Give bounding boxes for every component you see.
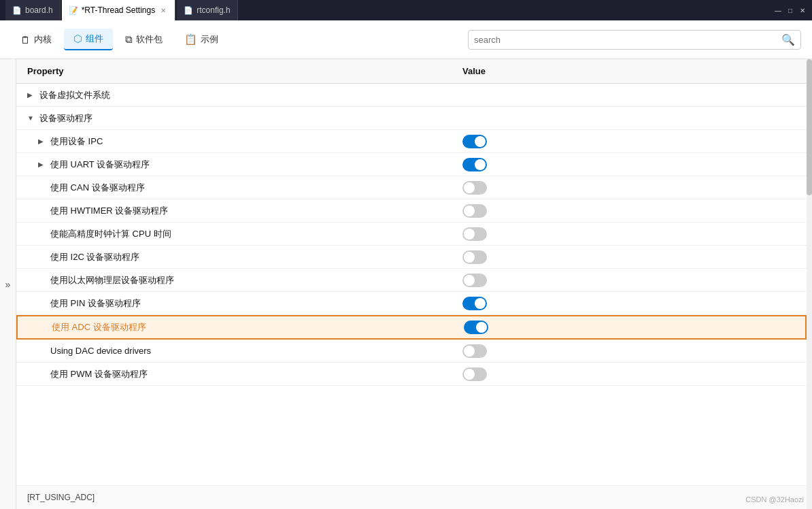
table-row: 使用 PIN 设备驱动程序 <box>16 292 807 315</box>
footer-text: [RT_USING_ADC] <box>27 493 95 502</box>
table-header: Property Value <box>16 59 807 84</box>
row-label-can: 使用 CAN 设备驱动程序 <box>50 182 145 194</box>
tab-rtconfig-h[interactable]: 📄 rtconfig.h <box>177 0 237 20</box>
cell-value-cpu-time <box>452 223 807 245</box>
footer-info: [RT_USING_ADC] <box>16 485 807 509</box>
toggle-cpu-time[interactable] <box>462 227 487 241</box>
search-input[interactable] <box>474 35 781 45</box>
cell-value-hwtimer <box>452 200 807 222</box>
kernel-icon: 🗒 <box>20 34 31 46</box>
cell-value-pwm <box>452 363 807 385</box>
toggle-adc[interactable] <box>464 321 488 334</box>
tab-component[interactable]: ⬡ 组件 <box>64 29 113 50</box>
cell-property-ipc: ▶ 使用设备 IPC <box>16 131 452 152</box>
window-controls: — □ ✕ <box>774 6 807 14</box>
scrollbar[interactable] <box>807 59 812 509</box>
row-label-uart: 使用 UART 设备驱动程序 <box>50 159 150 171</box>
scrollbar-thumb <box>807 59 812 195</box>
tab-component-label: 组件 <box>86 33 103 45</box>
toggle-uart[interactable] <box>462 158 487 171</box>
row-label-cpu-time: 使能高精度时钟计算 CPU 时间 <box>50 228 171 240</box>
expand-icon[interactable]: ▶ <box>38 137 46 145</box>
row-label-device-drivers: 设备驱动程序 <box>39 112 92 125</box>
cell-value-ethernet <box>452 269 807 291</box>
cell-property-can: 使用 CAN 设备驱动程序 <box>16 178 452 198</box>
row-label-vfs: 设备虚拟文件系统 <box>39 89 110 101</box>
restore-button[interactable]: □ <box>786 6 794 14</box>
toggle-hwtimer[interactable] <box>462 204 487 218</box>
cell-property-dac: Using DAC device drivers <box>16 342 452 360</box>
cell-property-hwtimer: 使用 HWTIMER 设备驱动程序 <box>16 201 452 221</box>
cell-property-uart: ▶ 使用 UART 设备驱动程序 <box>16 154 452 175</box>
table-row: 使能高精度时钟计算 CPU 时间 <box>16 223 807 246</box>
row-label-adc: 使用 ADC 设备驱动程序 <box>52 321 146 333</box>
tab-board-h[interactable]: 📄 board.h <box>5 0 61 20</box>
table-row: ▶ 使用 UART 设备驱动程序 <box>16 153 807 176</box>
search-icon[interactable]: 🔍 <box>781 33 795 46</box>
toggle-can[interactable] <box>462 181 487 195</box>
tab-kernel-label: 内核 <box>34 33 52 46</box>
tab-label-settings: *RT-Thread Settings <box>82 5 156 15</box>
tab-kernel[interactable]: 🗒 内核 <box>11 29 61 50</box>
collapse-panel[interactable]: » <box>0 59 16 509</box>
cell-property-device-drivers: ▼ 设备驱动程序 <box>16 108 452 129</box>
close-button[interactable]: ✕ <box>798 6 807 14</box>
cell-property-pwm: 使用 PWM 设备驱动程序 <box>16 364 452 384</box>
tab-package-label: 软件包 <box>136 33 163 46</box>
table-row: 使用以太网物理层设备驱动程序 <box>16 269 807 292</box>
table-row-adc: 使用 ADC 设备驱动程序 <box>16 315 807 340</box>
cell-value-uart <box>452 154 807 176</box>
row-label-ipc: 使用设备 IPC <box>50 135 103 148</box>
watermark: CSDN @32Haozi <box>745 495 804 504</box>
property-area: Property Value ▶ 设备虚拟文件系统 ▼ 设备驱 <box>16 59 807 509</box>
tab-label-board: board.h <box>25 5 53 15</box>
cell-value-dac <box>452 340 807 362</box>
table-row: Using DAC device drivers <box>16 340 807 363</box>
example-icon: 📋 <box>184 33 197 46</box>
toggle-ipc[interactable] <box>462 135 487 148</box>
search-container: 🔍 <box>468 30 801 50</box>
toggle-pwm[interactable] <box>462 367 487 381</box>
expand-icon[interactable]: ▶ <box>38 161 46 168</box>
close-icon[interactable]: ✕ <box>158 6 168 15</box>
toggle-ethernet[interactable] <box>462 274 487 287</box>
tab-label-rtconfig: rtconfig.h <box>197 5 230 15</box>
main-area: 🗒 内核 ⬡ 组件 ⧉ 软件包 📋 示例 🔍 » <box>0 20 812 509</box>
cell-property-adc: 使用 ADC 设备驱动程序 <box>18 317 453 338</box>
cell-value-i2c <box>452 246 807 268</box>
cell-value-adc <box>453 316 805 338</box>
table-row: 使用 PWM 设备驱动程序 <box>16 363 807 386</box>
tab-icon-settings: 📝 <box>69 6 78 15</box>
nav-tabs-row: 🗒 内核 ⬡ 组件 ⧉ 软件包 📋 示例 🔍 <box>0 20 812 59</box>
cell-property-ethernet: 使用以太网物理层设备驱动程序 <box>16 270 452 291</box>
table-row: ▶ 设备虚拟文件系统 <box>16 84 807 107</box>
toggle-dac[interactable] <box>462 344 487 358</box>
tab-package[interactable]: ⧉ 软件包 <box>116 29 172 50</box>
header-value: Value <box>452 63 807 79</box>
header-property: Property <box>16 63 452 79</box>
toggle-i2c[interactable] <box>462 250 487 264</box>
table-row: 使用 CAN 设备驱动程序 <box>16 176 807 199</box>
expand-icon[interactable]: ▶ <box>27 91 35 99</box>
tab-example-label: 示例 <box>201 33 218 46</box>
cell-property-cpu-time: 使能高精度时钟计算 CPU 时间 <box>16 224 452 244</box>
cell-value-ipc <box>452 131 807 152</box>
row-label-dac: Using DAC device drivers <box>50 346 151 356</box>
cell-property-i2c: 使用 I2C 设备驱动程序 <box>16 247 452 267</box>
component-icon: ⬡ <box>73 33 82 45</box>
table-row: 使用 HWTIMER 设备驱动程序 <box>16 199 807 223</box>
cell-value-vfs <box>452 91 807 99</box>
tab-rt-thread-settings[interactable]: 📝 *RT-Thread Settings ✕ <box>62 0 176 20</box>
row-label-ethernet: 使用以太网物理层设备驱动程序 <box>50 274 174 286</box>
tab-example[interactable]: 📋 示例 <box>175 29 228 50</box>
minimize-button[interactable]: — <box>774 6 782 14</box>
title-bar: 📄 board.h 📝 *RT-Thread Settings ✕ 📄 rtco… <box>0 0 812 20</box>
content-body: » Property Value ▶ 设备虚拟文件系统 <box>0 59 812 509</box>
table-row: ▶ 使用设备 IPC <box>16 130 807 153</box>
package-icon: ⧉ <box>125 33 133 46</box>
toggle-pin[interactable] <box>462 297 487 310</box>
collapse-icon[interactable]: ▼ <box>27 114 35 122</box>
row-label-pin: 使用 PIN 设备驱动程序 <box>50 297 141 310</box>
row-label-i2c: 使用 I2C 设备驱动程序 <box>50 251 139 263</box>
row-label-hwtimer: 使用 HWTIMER 设备驱动程序 <box>50 205 168 217</box>
